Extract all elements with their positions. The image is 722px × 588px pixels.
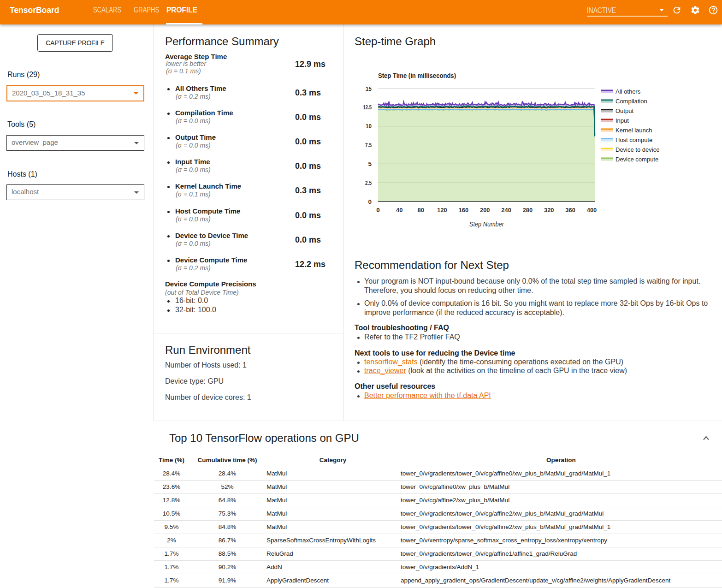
- svg-text:320: 320: [544, 207, 554, 214]
- svg-text:280: 280: [523, 207, 533, 214]
- svg-text:400: 400: [587, 207, 597, 214]
- svg-text:Step Time (in milliseconds): Step Time (in milliseconds): [378, 72, 456, 79]
- svg-text:Kernel launch: Kernel launch: [615, 127, 652, 134]
- svg-text:10: 10: [366, 123, 372, 130]
- svg-text:5: 5: [368, 160, 372, 167]
- svg-text:15: 15: [366, 85, 372, 92]
- svg-text:2.5: 2.5: [365, 179, 372, 186]
- svg-text:240: 240: [501, 207, 511, 214]
- svg-text:Host compute: Host compute: [615, 137, 652, 143]
- svg-text:Input: Input: [615, 117, 629, 124]
- svg-text:80: 80: [417, 207, 424, 214]
- svg-text:0: 0: [376, 207, 380, 214]
- svg-text:Compilation: Compilation: [615, 98, 647, 105]
- svg-text:7.5: 7.5: [365, 142, 372, 148]
- svg-text:Step Number: Step Number: [469, 220, 504, 228]
- svg-text:0: 0: [368, 198, 372, 205]
- svg-text:160: 160: [459, 207, 469, 214]
- svg-text:Device to device: Device to device: [615, 146, 659, 153]
- svg-text:40: 40: [396, 207, 403, 214]
- svg-text:All others: All others: [615, 88, 641, 95]
- svg-text:Device compute: Device compute: [615, 156, 658, 163]
- svg-text:12.5: 12.5: [363, 104, 372, 111]
- svg-text:120: 120: [437, 207, 447, 214]
- svg-text:200: 200: [480, 207, 490, 214]
- svg-text:Output: Output: [615, 107, 633, 114]
- svg-text:360: 360: [565, 207, 575, 214]
